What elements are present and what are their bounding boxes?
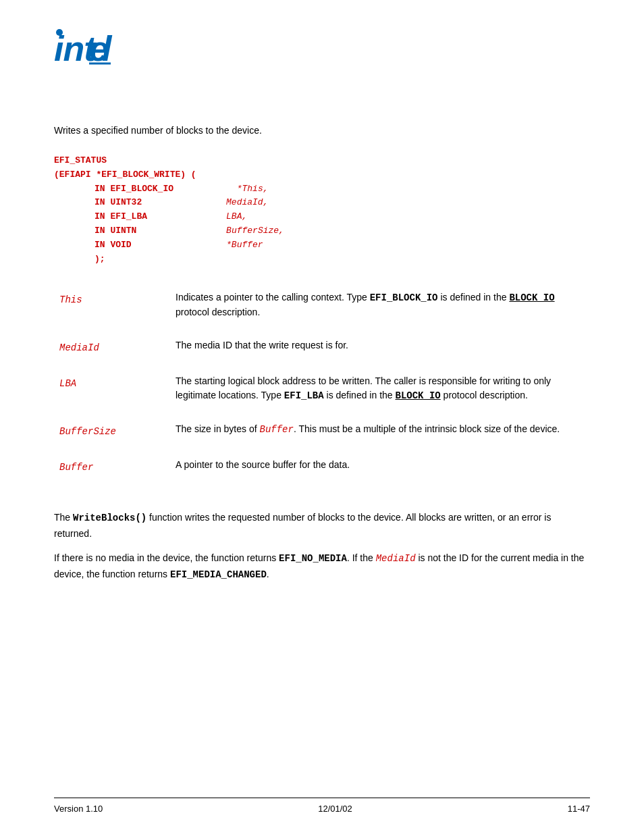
- code-efi-status: EFI_STATUS: [54, 155, 107, 165]
- code-buffer-ref: Buffer: [260, 424, 294, 435]
- code-lba: LBA,: [226, 211, 247, 221]
- param-name-buffer: Buffer: [54, 454, 162, 479]
- code-in-efi-lba: IN EFI_LBA: [95, 211, 147, 221]
- footer: Version 1.10 12/01/02 11-47: [54, 798, 590, 814]
- code-closing: );: [95, 253, 590, 267]
- svg-text:l: l: [102, 29, 113, 68]
- param-row-buffer: Buffer A pointer to the source buffer fo…: [54, 454, 590, 479]
- param-spacer-1: [54, 323, 590, 334]
- code-tab-2: [147, 197, 221, 207]
- param-spacer-3: [54, 407, 590, 418]
- code-line-efi-status: EFI_STATUS: [54, 154, 590, 168]
- code-buffersize: BufferSize,: [226, 226, 284, 236]
- code-efi-block-io-ref: EFI_BLOCK_IO: [370, 292, 438, 303]
- code-mediaid-ref: MediaId: [376, 553, 416, 564]
- code-tab-1: [179, 184, 232, 194]
- code-writeblocks-ref: WriteBlocks(): [73, 513, 146, 523]
- param-row-buffersize: BufferSize The size in bytes of Buffer. …: [54, 418, 590, 443]
- param-name-this: This: [54, 286, 162, 323]
- footer-version: Version 1.10: [54, 804, 103, 814]
- svg-point-3: [56, 29, 63, 36]
- description-paragraph-2: If there is no media in the device, the …: [54, 550, 590, 582]
- footer-date: 12/01/02: [318, 804, 352, 814]
- intro-paragraph: Writes a specified number of blocks to t…: [54, 124, 590, 138]
- param-desc-lba: The starting logical block address to be…: [162, 370, 590, 407]
- code-this: *This,: [237, 184, 269, 194]
- code-efi-no-media: EFI_NO_MEDIA: [279, 553, 347, 564]
- code-block-io-ref2: BLOCK_IO: [396, 390, 441, 401]
- code-param-2: IN UINT32 MediaId,: [95, 196, 590, 210]
- code-efi-lba-ref: EFI_LBA: [284, 390, 324, 401]
- code-semicolon: );: [95, 254, 105, 264]
- param-desc-this: Indicates a pointer to the calling conte…: [162, 286, 590, 323]
- code-block: EFI_STATUS (EFIAPI *EFI_BLOCK_WRITE) ( I…: [54, 154, 590, 266]
- code-buffer: *Buffer: [226, 240, 263, 250]
- param-spacer-2: [54, 359, 590, 370]
- description-paragraph-1: The WriteBlocks() function writes the re…: [54, 510, 590, 541]
- logo: int e l: [54, 27, 590, 70]
- code-tab-5: [136, 240, 221, 250]
- code-param-1: IN EFI_BLOCK_IO *This,: [95, 182, 590, 197]
- param-row-this: This Indicates a pointer to the calling …: [54, 286, 590, 323]
- code-param-4: IN UINTN BufferSize,: [95, 224, 590, 238]
- code-tab-3: [153, 211, 221, 221]
- intel-logo-svg: int e l: [54, 27, 115, 68]
- code-efiapi: (EFIAPI *EFI_BLOCK_WRITE) (: [54, 170, 196, 180]
- code-param-3: IN EFI_LBA LBA,: [95, 210, 590, 224]
- param-desc-buffersize: The size in bytes of Buffer. This must b…: [162, 418, 590, 443]
- code-block-io-ref1: BLOCK_IO: [509, 292, 554, 303]
- param-desc-buffer: A pointer to the source buffer for the d…: [162, 454, 590, 479]
- footer-page: 11-47: [568, 804, 590, 814]
- code-mediaid: MediaId,: [226, 197, 268, 207]
- param-row-mediaid: MediaId The media ID that the write requ…: [54, 334, 590, 359]
- code-line-efiapi: (EFIAPI *EFI_BLOCK_WRITE) (: [54, 168, 590, 182]
- param-name-buffersize: BufferSize: [54, 418, 162, 443]
- code-param-5: IN VOID *Buffer: [95, 238, 590, 253]
- param-spacer-4: [54, 443, 590, 454]
- code-in-uint32: IN UINT32: [95, 197, 142, 207]
- code-efi-media-changed: EFI_MEDIA_CHANGED: [170, 569, 267, 580]
- code-in-uintn: IN UINTN: [95, 226, 136, 236]
- intro-text: Writes a specified number of blocks to t…: [54, 125, 262, 136]
- parameters-table: This Indicates a pointer to the calling …: [54, 286, 590, 479]
- page: int e l Writes a specified number of blo…: [0, 0, 644, 834]
- code-in-efi-block-io: IN EFI_BLOCK_IO: [95, 184, 173, 194]
- code-tab-4: [142, 226, 221, 236]
- param-name-mediaid: MediaId: [54, 334, 162, 359]
- param-name-lba: LBA: [54, 370, 162, 407]
- code-in-void: IN VOID: [95, 240, 132, 250]
- param-desc-mediaid: The media ID that the write request is f…: [162, 334, 590, 359]
- param-row-lba: LBA The starting logical block address t…: [54, 370, 590, 407]
